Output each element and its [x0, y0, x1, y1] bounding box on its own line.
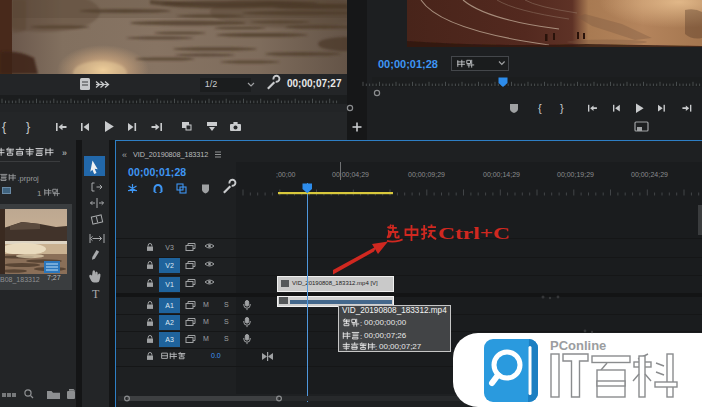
svg-text:PConline: PConline — [550, 338, 606, 353]
